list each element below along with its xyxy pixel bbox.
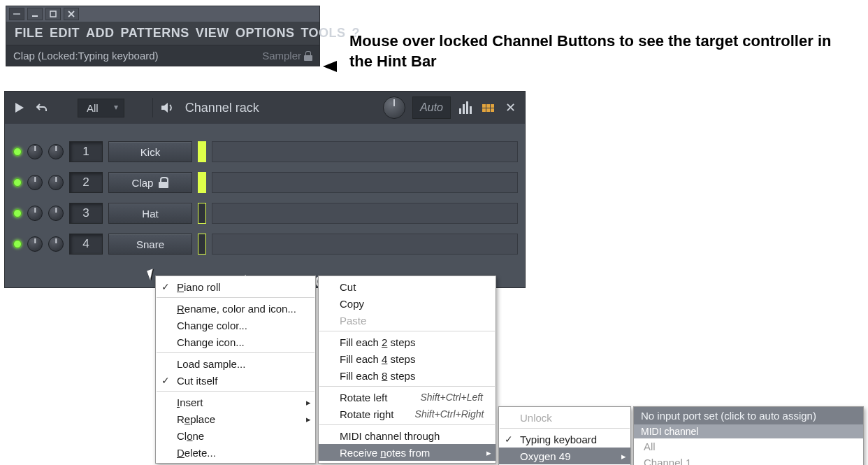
menu-cut[interactable]: Cut (319, 278, 496, 295)
channel-pan-knob[interactable] (27, 206, 43, 221)
menu-rotate-left[interactable]: Rotate leftShift+Ctrl+Left (319, 389, 496, 406)
midi-port-header[interactable]: No input port set (click to auto assign) (634, 407, 863, 424)
channel-activity-slot[interactable] (198, 172, 206, 193)
menu-options[interactable]: OPTIONS (236, 26, 295, 41)
channel-number[interactable]: 4 (69, 234, 103, 255)
channel-vol-knob[interactable] (48, 144, 64, 159)
system-menu-icon[interactable] (9, 8, 24, 20)
hint-text: Clap (Locked:Typing keyboard) (13, 50, 159, 62)
close-button[interactable] (64, 8, 79, 20)
channel-label: Snare (136, 238, 164, 250)
hint-bar: Clap (Locked:Typing keyboard) Sampler (6, 45, 319, 66)
channel-rack-window: All Channel rack Auto ✕ 1 Kick 2 (4, 91, 526, 288)
menu-piano-roll[interactable]: Piano roll (156, 278, 315, 295)
menu-replace[interactable]: Replace (156, 410, 315, 427)
menu-delete[interactable]: Delete... (156, 444, 315, 461)
maximize-button[interactable] (45, 8, 61, 20)
channel-rack-header: All Channel rack Auto ✕ (5, 92, 525, 124)
menu-label: Rotate left (340, 392, 387, 403)
titlebar[interactable] (6, 6, 319, 22)
hint-plugin-label: Sampler (262, 50, 301, 62)
channel-button-hat[interactable]: Hat (108, 203, 192, 224)
menu-view[interactable]: VIEW (196, 26, 229, 41)
receive-notes-submenu: Unlock Typing keyboard Oxygen 49 (498, 406, 631, 465)
menu-change-color[interactable]: Change color... (156, 317, 315, 334)
channel-pan-knob[interactable] (27, 144, 43, 159)
step-lane[interactable] (212, 172, 518, 193)
menu-insert[interactable]: Insert (156, 394, 315, 410)
menu-tools[interactable]: TOOLS (301, 26, 345, 41)
channel-vol-knob[interactable] (48, 175, 64, 190)
channel-activity-slot[interactable] (198, 203, 206, 224)
channel-pan-knob[interactable] (27, 236, 43, 252)
auto-button[interactable]: Auto (412, 96, 451, 119)
undo-button[interactable] (34, 100, 50, 115)
step-grid-icon[interactable] (480, 100, 496, 115)
step-lane[interactable] (212, 234, 518, 255)
menu-separator (319, 331, 495, 331)
channel-row-snare: 4 Snare (13, 229, 518, 259)
lock-icon (304, 51, 312, 61)
menu-separator (319, 424, 495, 425)
channel-mute-led[interactable] (13, 209, 22, 217)
menu-edit[interactable]: EDIT (50, 26, 80, 41)
channel-vol-knob[interactable] (48, 236, 64, 252)
menu-unlock: Unlock (499, 409, 630, 426)
channel-vol-knob[interactable] (48, 206, 64, 221)
menu-cut-itself[interactable]: Cut itself (156, 372, 315, 389)
menu-copy[interactable]: Copy (319, 295, 496, 312)
group-dropdown[interactable]: All (78, 99, 124, 117)
channel-pan-knob[interactable] (27, 175, 43, 190)
menu-rename[interactable]: Rename, color and icon... (156, 300, 315, 317)
swing-knob[interactable] (383, 96, 405, 119)
channel-mute-led[interactable] (13, 178, 22, 187)
channel-number[interactable]: 3 (69, 203, 103, 224)
menu-midi-channel-1[interactable]: Channel 1 (634, 455, 863, 465)
close-rack-button[interactable]: ✕ (502, 100, 518, 115)
channel-activity-slot[interactable] (198, 234, 206, 255)
channel-mute-led[interactable] (13, 148, 22, 156)
menu-oxygen-49[interactable]: Oxygen 49 (499, 448, 630, 464)
channel-number[interactable]: 1 (69, 141, 103, 162)
menu-midi-all[interactable]: All (634, 438, 863, 455)
menu-fill-8[interactable]: Fill each 8 steps (319, 367, 496, 384)
menu-separator (319, 386, 495, 387)
lock-icon (159, 177, 168, 188)
menu-patterns[interactable]: PATTERNS (121, 26, 189, 41)
menu-load-sample[interactable]: Load sample... (156, 355, 315, 372)
step-lane[interactable] (212, 141, 518, 162)
channel-number[interactable]: 2 (69, 172, 103, 193)
channel-button-snare[interactable]: Snare (108, 234, 192, 255)
channel-activity-slot[interactable] (198, 141, 206, 162)
channel-button-clap[interactable]: Clap (108, 172, 192, 193)
menu-bar: FILE EDIT ADD PATTERNS VIEW OPTIONS TOOL… (6, 22, 319, 45)
menu-midi-through[interactable]: MIDI channel through (319, 427, 496, 444)
channel-row-hat: 3 Hat (13, 198, 518, 229)
step-lane[interactable] (212, 203, 518, 224)
play-button[interactable] (12, 100, 27, 115)
channel-label: Clap (132, 177, 154, 189)
channel-mute-led[interactable] (13, 240, 22, 248)
channel-context-menu: Piano roll Rename, color and icon... Cha… (155, 276, 316, 464)
menu-change-icon[interactable]: Change icon... (156, 334, 315, 350)
menu-rotate-right[interactable]: Rotate rightShift+Ctrl+Right (319, 406, 496, 422)
menu-typing-keyboard[interactable]: Typing keyboard (499, 431, 630, 448)
menu-file[interactable]: FILE (15, 26, 43, 41)
menu-fill-4[interactable]: Fill each 4 steps (319, 350, 496, 367)
speaker-icon[interactable] (160, 100, 175, 115)
menu-receive-notes[interactable]: Receive notes from (319, 444, 496, 461)
graph-editor-icon[interactable] (458, 100, 473, 115)
channel-row-kick: 1 Kick (13, 136, 518, 167)
svg-marker-3 (15, 103, 24, 113)
channel-rack-title: Channel rack (185, 101, 259, 115)
hint-plugin: Sampler (262, 50, 312, 62)
minimize-button[interactable] (27, 8, 43, 20)
menu-add[interactable]: ADD (86, 26, 115, 41)
channel-button-kick[interactable]: Kick (108, 141, 192, 162)
channel-label: Hat (142, 208, 158, 220)
midi-channel-submenu: No input port set (click to auto assign)… (633, 406, 864, 465)
channel-label: Kick (140, 146, 160, 158)
midi-group-label: MIDI channel (634, 424, 863, 438)
menu-clone[interactable]: Clone (156, 427, 315, 444)
menu-fill-2[interactable]: Fill each 2 steps (319, 334, 496, 350)
